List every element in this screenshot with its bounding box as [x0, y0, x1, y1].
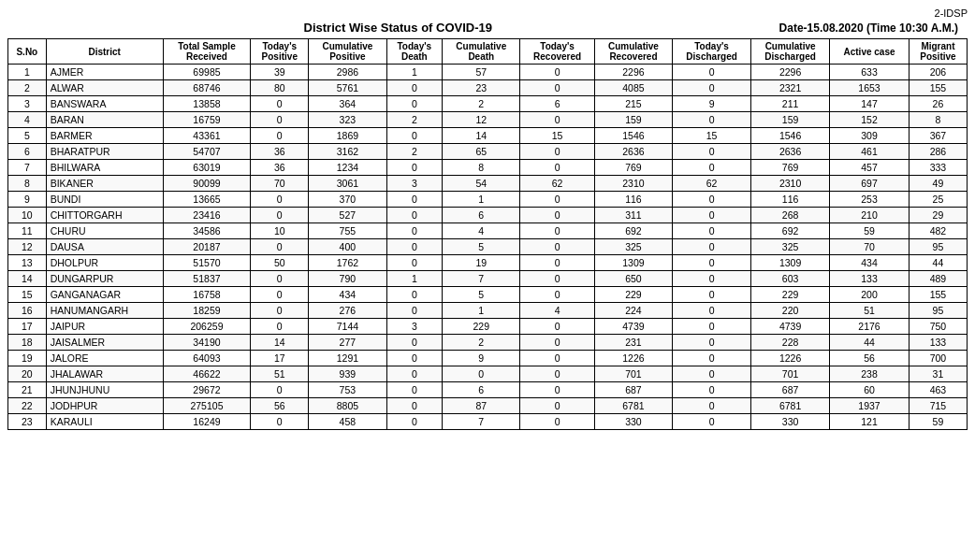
data-cell: 16	[8, 303, 47, 319]
data-cell: 6	[8, 144, 47, 160]
table-row: 15GANGANAGAR1675804340502290229200155	[8, 287, 968, 303]
data-cell: 0	[386, 160, 443, 176]
data-cell: 0	[520, 366, 594, 382]
data-cell: 34586	[163, 223, 251, 239]
data-cell: 9	[8, 192, 47, 208]
data-cell: 330	[751, 414, 830, 430]
data-cell: 3162	[309, 144, 386, 160]
district-cell: JHALAWAR	[46, 366, 163, 382]
data-cell: 0	[520, 335, 594, 351]
data-cell: 1653	[830, 80, 910, 96]
data-cell: 0	[386, 287, 443, 303]
data-cell: 309	[830, 128, 910, 144]
data-cell: 0	[520, 112, 594, 128]
data-cell: 18259	[163, 303, 251, 319]
data-cell: 5	[443, 239, 520, 255]
data-cell: 0	[386, 208, 443, 223]
date-info: Date-15.08.2020 (Time 10:30 A.M.)	[779, 22, 958, 35]
data-cell: 80	[251, 80, 309, 96]
data-cell: 0	[251, 128, 309, 144]
data-cell: 34190	[163, 335, 251, 351]
data-cell: 0	[386, 335, 443, 351]
data-cell: 692	[751, 223, 830, 239]
data-cell: 1546	[594, 128, 672, 144]
data-cell: 2636	[594, 144, 672, 160]
data-cell: 155	[909, 80, 967, 96]
data-cell: 19	[8, 351, 47, 366]
data-cell: 15	[8, 287, 47, 303]
data-cell: 0	[251, 287, 309, 303]
district-cell: DAUSA	[46, 239, 163, 255]
col-active-case: Active case	[830, 39, 910, 65]
data-cell: 46622	[163, 366, 251, 382]
data-cell: 0	[673, 366, 751, 382]
table-row: 13DHOLPUR51570501762019013090130943444	[8, 255, 968, 271]
data-cell: 43361	[163, 128, 251, 144]
data-cell: 939	[309, 366, 386, 382]
data-cell: 13665	[163, 192, 251, 208]
data-cell: 0	[443, 366, 520, 382]
data-cell: 0	[520, 351, 594, 366]
data-cell: 0	[520, 160, 594, 176]
table-row: 11CHURU3458610755040692069259482	[8, 223, 968, 239]
data-cell: 1762	[309, 255, 386, 271]
data-cell: 715	[909, 398, 967, 414]
data-cell: 268	[751, 208, 830, 223]
data-cell: 6	[520, 96, 594, 112]
data-cell: 17	[8, 319, 47, 335]
data-cell: 286	[909, 144, 967, 160]
data-cell: 206259	[163, 319, 251, 335]
data-cell: 229	[443, 319, 520, 335]
data-cell: 206	[909, 65, 967, 80]
data-cell: 330	[594, 414, 672, 430]
data-cell: 8	[443, 160, 520, 176]
data-cell: 3	[8, 96, 47, 112]
data-cell: 15	[673, 128, 751, 144]
data-cell: 16758	[163, 287, 251, 303]
data-cell: 0	[520, 239, 594, 255]
data-cell: 1	[386, 271, 443, 287]
data-cell: 95	[909, 239, 967, 255]
data-cell: 367	[909, 128, 967, 144]
data-cell: 4085	[594, 80, 672, 96]
data-cell: 231	[594, 335, 672, 351]
data-cell: 49	[909, 176, 967, 192]
district-cell: JODHPUR	[46, 398, 163, 414]
data-cell: 0	[673, 255, 751, 271]
data-cell: 692	[594, 223, 672, 239]
data-cell: 62	[673, 176, 751, 192]
data-cell: 0	[386, 303, 443, 319]
data-cell: 159	[751, 112, 830, 128]
data-cell: 0	[673, 65, 751, 80]
data-cell: 687	[594, 382, 672, 398]
data-cell: 59	[830, 223, 910, 239]
district-cell: JAIPUR	[46, 319, 163, 335]
district-cell: GANGANAGAR	[46, 287, 163, 303]
data-cell: 1869	[309, 128, 386, 144]
data-cell: 56	[251, 398, 309, 414]
data-cell: 463	[909, 382, 967, 398]
data-cell: 11	[8, 223, 47, 239]
data-cell: 1309	[751, 255, 830, 271]
table-row: 12DAUSA20187040005032503257095	[8, 239, 968, 255]
document-id: 2-IDSP	[935, 7, 968, 19]
data-cell: 1546	[751, 128, 830, 144]
data-cell: 2	[8, 80, 47, 96]
table-row: 7BHILWARA630193612340807690769457333	[8, 160, 968, 176]
data-cell: 0	[251, 192, 309, 208]
data-cell: 0	[673, 192, 751, 208]
data-cell: 0	[386, 239, 443, 255]
data-cell: 8	[909, 112, 967, 128]
data-cell: 62	[520, 176, 594, 192]
table-row: 10CHITTORGARH234160527060311026821029	[8, 208, 968, 223]
data-cell: 0	[673, 80, 751, 96]
data-cell: 70	[830, 239, 910, 255]
data-cell: 0	[520, 80, 594, 96]
data-cell: 0	[386, 255, 443, 271]
data-cell: 2296	[751, 65, 830, 80]
table-row: 22JODHPUR2751055688050870678106781193771…	[8, 398, 968, 414]
data-cell: 275105	[163, 398, 251, 414]
table-row: 5BARMER4336101869014151546151546309367	[8, 128, 968, 144]
data-cell: 7	[8, 160, 47, 176]
data-cell: 31	[909, 366, 967, 382]
